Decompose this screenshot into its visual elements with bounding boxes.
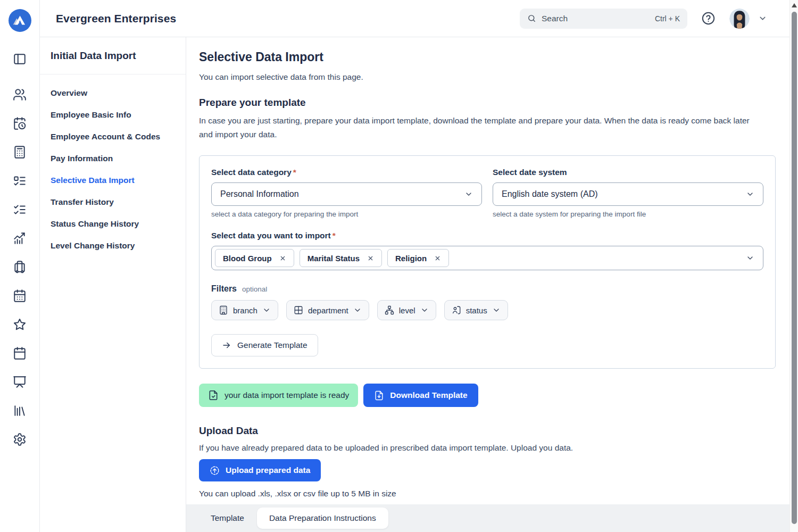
data-category-select[interactable]: Personal Information <box>211 182 482 206</box>
tab-data-preparation-instructions[interactable]: Data Preparation Instructions <box>257 508 388 529</box>
chevron-down-icon <box>492 306 501 314</box>
luggage-icon[interactable] <box>13 260 27 274</box>
required-asterisk: * <box>332 231 336 240</box>
search-placeholder: Search <box>542 14 655 23</box>
data-category-label: Select data category* <box>211 168 482 177</box>
date-system-select[interactable]: English date system (AD) <box>493 182 763 206</box>
calendar-clock-icon[interactable] <box>13 116 27 130</box>
user-avatar[interactable] <box>729 9 750 29</box>
filter-branch[interactable]: branch <box>211 300 278 320</box>
page-intro: You can import selective data from this … <box>199 72 776 82</box>
filter-status[interactable]: status <box>444 300 508 320</box>
download-template-button[interactable]: Download Template <box>363 384 478 407</box>
sidebar-item-overview[interactable]: Overview <box>51 82 175 104</box>
icon-rail <box>0 0 40 532</box>
help-icon[interactable] <box>701 11 716 26</box>
chip-blood-group: Blood Group <box>215 249 294 267</box>
star-icon[interactable] <box>13 317 27 331</box>
hierarchy-icon <box>385 305 394 315</box>
chevron-down-icon <box>746 190 754 198</box>
library-icon[interactable] <box>13 403 27 418</box>
list-checks-icon[interactable] <box>13 202 27 217</box>
data-to-import-multiselect[interactable]: Blood Group Marital Status Religion <box>211 246 763 270</box>
remove-chip-icon[interactable] <box>279 255 286 262</box>
date-system-label: Select date system <box>493 168 763 177</box>
bottom-tab-bar: Template Data Preparation Instructions <box>186 504 798 532</box>
prepare-template-heading: Prepare your template <box>199 97 776 109</box>
chip-marital-status: Marital Status <box>300 249 382 267</box>
chart-trend-icon[interactable] <box>13 231 27 245</box>
sidebar-item-level-change-history[interactable]: Level Change History <box>51 235 175 256</box>
upload-prepared-data-button[interactable]: Upload prepared data <box>199 459 321 481</box>
arrow-right-icon <box>222 340 231 350</box>
user-file-icon <box>452 305 461 315</box>
chip-religion: Religion <box>387 249 449 267</box>
scrollbar-thumb[interactable] <box>792 12 797 524</box>
presentation-icon[interactable] <box>13 375 27 389</box>
tab-template[interactable]: Template <box>211 513 244 523</box>
mountain-logo-icon <box>8 9 32 32</box>
sidebar-title: Initial Data Import <box>40 37 186 74</box>
filters-optional-label: optional <box>242 285 267 293</box>
calculator-icon[interactable] <box>13 145 27 159</box>
file-download-icon <box>374 390 384 401</box>
chevron-down-icon <box>262 306 271 314</box>
topbar: Evergreen Enterprises Search Ctrl + K <box>40 0 798 37</box>
upload-data-description: If you have already prepared data to be … <box>199 443 776 453</box>
grid-icon <box>294 305 303 315</box>
chevron-down-icon <box>746 254 754 262</box>
generate-template-button[interactable]: Generate Template <box>211 334 318 356</box>
prepare-template-card: Select data category* Personal Informati… <box>199 155 776 369</box>
filters-label: Filters <box>211 284 237 294</box>
list-todo-icon[interactable] <box>13 173 27 188</box>
sidebar-item-employee-basic-info[interactable]: Employee Basic Info <box>51 104 175 126</box>
sidebar-item-employee-account-codes[interactable]: Employee Account & Codes <box>51 126 175 147</box>
upload-size-note: You can upload .xls, .xlsx or csv file u… <box>199 489 776 498</box>
filter-level[interactable]: level <box>377 300 436 320</box>
app-title: Evergreen Enterprises <box>56 12 176 25</box>
sidebar-item-pay-information[interactable]: Pay Information <box>51 147 175 169</box>
scrollbar-up-arrow[interactable] <box>792 3 797 7</box>
company-logo[interactable] <box>8 9 32 32</box>
app-window: Evergreen Enterprises Search Ctrl + K <box>0 0 798 532</box>
chevron-down-icon <box>464 190 473 198</box>
remove-chip-icon[interactable] <box>367 255 374 262</box>
data-category-helper: select a data category for preparing the… <box>211 210 482 218</box>
chevron-down-icon <box>353 306 362 314</box>
sidebar-item-transfer-history[interactable]: Transfer History <box>51 191 175 213</box>
sidebar-nav: Overview Employee Basic Info Employee Ac… <box>40 74 186 256</box>
users-icon[interactable] <box>13 87 27 102</box>
user-menu-chevron-icon[interactable] <box>758 14 767 23</box>
remove-chip-icon[interactable] <box>434 255 441 262</box>
file-check-icon <box>208 390 219 401</box>
template-ready-text: your data import template is ready <box>225 390 349 400</box>
main-content: Selective Data Import You can import sel… <box>186 37 798 532</box>
calendar-icon[interactable] <box>13 346 27 360</box>
settings-gear-icon[interactable] <box>13 432 27 446</box>
data-to-import-label: Select data you want to import* <box>211 231 763 240</box>
filter-department[interactable]: department <box>286 300 369 320</box>
search-icon <box>527 14 536 23</box>
page-title: Selective Data Import <box>199 50 776 64</box>
calendar-days-icon[interactable] <box>13 288 27 303</box>
prepare-template-description: In case you are just starting, prepare y… <box>199 114 763 142</box>
upload-circle-icon <box>210 466 220 476</box>
upload-data-heading: Upload Data <box>199 425 776 437</box>
sidebar: Initial Data Import Overview Employee Ba… <box>40 37 186 532</box>
panel-left-icon[interactable] <box>13 52 27 66</box>
vertical-scrollbar[interactable] <box>789 0 798 532</box>
building-icon <box>219 305 228 315</box>
sidebar-item-status-change-history[interactable]: Status Change History <box>51 213 175 235</box>
search-input[interactable]: Search Ctrl + K <box>520 9 687 29</box>
date-system-helper: select a date system for preparing the i… <box>493 210 763 218</box>
template-ready-banner: your data import template is ready <box>199 384 358 407</box>
required-asterisk: * <box>293 168 296 177</box>
search-shortcut: Ctrl + K <box>655 14 680 23</box>
sidebar-item-selective-data-import[interactable]: Selective Data Import <box>51 169 175 191</box>
chevron-down-icon <box>420 306 429 314</box>
